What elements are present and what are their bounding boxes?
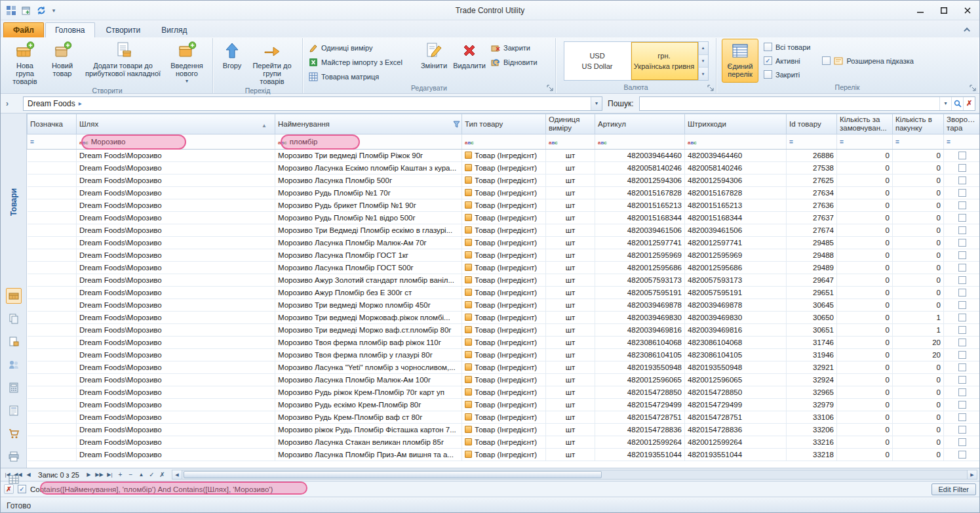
partners-icon[interactable] bbox=[6, 357, 22, 373]
filter-cell-path[interactable]: авсМорозиво bbox=[77, 134, 275, 150]
table-row[interactable]: Dream Foods\Морозиво Морозиво Ласунка Пл… bbox=[28, 237, 980, 249]
return-tare-checkbox[interactable] bbox=[958, 413, 966, 421]
report-grid-icon[interactable] bbox=[6, 472, 22, 487]
table-row[interactable]: Dream Foods\Морозиво Морозиво Рудь Крем-… bbox=[28, 411, 980, 424]
return-tare-checkbox[interactable] bbox=[958, 264, 966, 272]
dialog-launcher-icon[interactable] bbox=[970, 85, 976, 91]
refresh-icon[interactable] bbox=[35, 4, 48, 17]
search-icon[interactable] bbox=[951, 97, 963, 110]
return-tare-checkbox[interactable] bbox=[958, 451, 966, 459]
table-row[interactable]: Dream Foods\Морозиво Морозиво Рудь брике… bbox=[28, 199, 980, 212]
column-header-qty-default[interactable]: Кількість за замовчуван... bbox=[837, 114, 893, 134]
return-tare-checkbox[interactable] bbox=[958, 376, 966, 384]
filter-cell-type[interactable]: авс bbox=[462, 134, 546, 150]
table-row[interactable]: Dream Foods\Морозиво Морозиво Твоя ферма… bbox=[28, 349, 980, 361]
sidebar-tab-products[interactable]: Товари bbox=[1, 176, 27, 228]
table-row[interactable]: Dream Foods\Морозиво Морозиво Ласунка "Y… bbox=[28, 361, 980, 374]
return-tare-checkbox[interactable] bbox=[958, 426, 966, 434]
tab-create[interactable]: Створити bbox=[96, 22, 151, 37]
table-row[interactable]: Dream Foods\Морозиво Морозиво Рудь Пломб… bbox=[28, 187, 980, 199]
column-header-path[interactable]: Шлях▲ bbox=[77, 114, 275, 134]
new-window-icon[interactable] bbox=[20, 4, 33, 17]
dialog-launcher-icon[interactable] bbox=[707, 85, 714, 91]
filter-cell-mark[interactable]: = bbox=[28, 134, 77, 150]
new-product-button[interactable]: Новий товар bbox=[45, 39, 79, 86]
minimize-button[interactable] bbox=[909, 1, 932, 20]
edit-filter-button[interactable]: Edit Filter bbox=[931, 483, 976, 495]
goto-group-button[interactable]: Перейти до групи товарів bbox=[248, 39, 296, 86]
table-row[interactable]: Dream Foods\Морозиво Морозиво Рудь Пломб… bbox=[28, 212, 980, 224]
column-header-type[interactable]: Тип товару bbox=[462, 114, 546, 134]
search-dropdown-icon[interactable]: ▾ bbox=[939, 97, 951, 110]
table-row[interactable]: Dream Foods\Морозиво Морозиво Три ведмед… bbox=[28, 299, 980, 312]
units-of-measure-button[interactable]: Одиниці виміру bbox=[305, 41, 417, 54]
last-record-icon[interactable]: ▶| bbox=[105, 470, 115, 480]
clear-search-icon[interactable]: ✗ bbox=[963, 97, 975, 110]
new-entry-button[interactable]: Введення нового ▾ bbox=[167, 39, 207, 86]
single-list-toggle[interactable]: Єдиний перелік bbox=[722, 39, 758, 83]
scroll-right-icon[interactable]: ▶ bbox=[967, 470, 977, 479]
table-row[interactable]: Dream Foods\Морозиво Морозиво Ласунка Ст… bbox=[28, 436, 980, 449]
return-tare-checkbox[interactable] bbox=[958, 214, 966, 222]
delete-button[interactable]: Видалити bbox=[451, 39, 488, 83]
modify-button[interactable]: Змінити bbox=[417, 39, 451, 83]
return-tare-checkbox[interactable] bbox=[958, 251, 966, 259]
gallery-expand-icon[interactable]: ▾ bbox=[699, 68, 708, 80]
post-edit-icon[interactable]: ✓ bbox=[147, 470, 157, 480]
table-row[interactable]: Dream Foods\Морозиво Морозиво Ажур Золот… bbox=[28, 274, 980, 287]
checkbox-closed[interactable]: Закриті bbox=[764, 69, 810, 81]
table-row[interactable]: Dream Foods\Морозиво Морозиво Три ведмед… bbox=[28, 312, 980, 324]
table-row[interactable]: Dream Foods\Морозиво Морозиво Ласунка Пл… bbox=[28, 374, 980, 386]
table-row[interactable]: Dream Foods\Морозиво Морозиво Твоя ферма… bbox=[28, 337, 980, 349]
currency-usd[interactable]: USD US Dollar bbox=[564, 42, 631, 80]
filter-expression[interactable]: Contains([Найменування], 'пломбір') And … bbox=[30, 485, 273, 493]
cancel-edit-icon[interactable]: ✗ bbox=[157, 470, 167, 480]
journal-icon[interactable] bbox=[6, 403, 22, 419]
column-header-mark[interactable]: Позначка bbox=[28, 114, 77, 134]
column-header-barcodes[interactable]: Штрихкоди bbox=[685, 114, 787, 134]
filter-cell-name[interactable]: авспломбір bbox=[275, 134, 462, 150]
next-record-icon[interactable]: ▶ bbox=[84, 470, 94, 480]
table-row[interactable]: Dream Foods\Морозиво Морозиво Ласунка Пл… bbox=[28, 262, 980, 274]
table-row[interactable]: Dream Foods\Морозиво Морозиво Ажур Пломб… bbox=[28, 287, 980, 299]
cash-register-icon[interactable] bbox=[6, 380, 22, 396]
return-tare-checkbox[interactable] bbox=[958, 314, 966, 321]
scroll-left-icon[interactable]: ◀ bbox=[172, 470, 182, 479]
table-row[interactable]: Dream Foods\Морозиво Морозиво Три ведмед… bbox=[28, 324, 980, 337]
products-group-icon[interactable] bbox=[6, 288, 22, 304]
append-record-icon[interactable]: + bbox=[115, 470, 125, 480]
return-tare-checkbox[interactable] bbox=[958, 363, 966, 371]
table-row[interactable]: Dream Foods\Морозиво Морозиво ріжок Рудь… bbox=[28, 424, 980, 436]
tab-home[interactable]: Головна bbox=[45, 22, 95, 37]
product-matrix-button[interactable]: Товарна матриця bbox=[305, 70, 417, 83]
table-row[interactable]: Dream Foods\Морозиво Морозиво Рудь ріжок… bbox=[28, 386, 980, 399]
return-tare-checkbox[interactable] bbox=[958, 239, 966, 247]
currency-uah[interactable]: грн. Українська гривня bbox=[631, 42, 698, 80]
return-tare-checkbox[interactable] bbox=[958, 189, 966, 197]
filter-cell-id[interactable]: = bbox=[787, 134, 837, 150]
filter-cell-sku[interactable]: авс bbox=[595, 134, 685, 150]
expand-nav-panel-icon[interactable]: › bbox=[6, 99, 18, 108]
maximize-button[interactable] bbox=[932, 1, 956, 20]
table-row[interactable]: Dream Foods\Морозиво Морозиво Три Ведмед… bbox=[28, 224, 980, 237]
return-tare-checkbox[interactable] bbox=[958, 289, 966, 297]
orders-cart-icon[interactable] bbox=[6, 426, 22, 441]
return-tare-checkbox[interactable] bbox=[958, 351, 966, 359]
new-product-group-button[interactable]: Нова група товарів bbox=[5, 39, 45, 86]
scrollbar-thumb[interactable] bbox=[184, 471, 602, 478]
return-tare-checkbox[interactable] bbox=[958, 164, 966, 172]
return-tare-checkbox[interactable] bbox=[958, 438, 966, 446]
table-row[interactable]: Dream Foods\Морозиво Морозиво Три ведмед… bbox=[28, 150, 980, 162]
return-tare-checkbox[interactable] bbox=[958, 226, 966, 234]
combo-dropdown-icon[interactable]: ▾ bbox=[591, 97, 602, 110]
next-page-icon[interactable]: ▶▶ bbox=[94, 470, 104, 480]
excel-import-wizard-button[interactable]: Майстер імпорту з Excel bbox=[305, 55, 417, 69]
filter-funnel-icon[interactable] bbox=[453, 121, 460, 128]
return-tare-checkbox[interactable] bbox=[958, 326, 966, 334]
filter-cell-return-tare[interactable]: = bbox=[944, 134, 980, 150]
return-tare-checkbox[interactable] bbox=[958, 201, 966, 209]
group-path-combo[interactable]: Dream Foods ▸ ▾ bbox=[23, 96, 602, 111]
return-tare-checkbox[interactable] bbox=[958, 176, 966, 184]
qat-dropdown-icon[interactable]: ▾ bbox=[50, 7, 58, 14]
table-row[interactable]: Dream Foods\Морозиво Морозиво Ласунка Пл… bbox=[28, 449, 980, 461]
